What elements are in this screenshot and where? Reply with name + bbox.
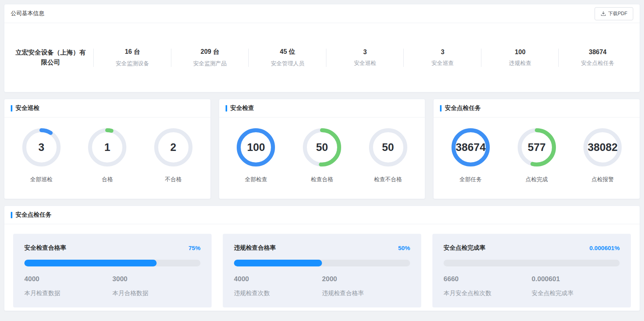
panel-title: 违规检查合格率 <box>234 244 276 252</box>
donut-ring-unqualified: 2 不合格 <box>154 128 192 183</box>
title-accent-bar <box>440 105 442 112</box>
ring-label: 检查不合格 <box>374 176 402 183</box>
stat-monitor-devices: 16 台 安全监测设备 <box>94 48 171 67</box>
card-title: 安全检查 <box>230 104 254 112</box>
donut-ring-qualified: 1 合格 <box>88 128 126 183</box>
ring-label: 点检报警 <box>591 176 614 183</box>
violation-pass-rate-panel: 违规检查合格率 50% 4000 违规检查次数 2000 违规检查合格率 <box>223 234 421 307</box>
panel-stat-value: 3000 <box>112 275 200 283</box>
panel-title: 安全检查合格率 <box>24 244 66 252</box>
stat-label: 安全管理人员 <box>253 60 322 67</box>
ring-value: 50 <box>316 141 328 154</box>
panel-stat-label: 违规检查合格率 <box>322 290 410 297</box>
company-card-title: 公司基本信息 <box>11 10 44 17</box>
panel-stat: 4000 本月检查数据 <box>24 275 112 297</box>
company-stats-row: 立宏安全设备（上海）有限公司 16 台 安全监测设备 209 台 安全监测产品 … <box>4 23 640 92</box>
panel-stat-value: 6660 <box>444 275 532 283</box>
stat-safety-patrols: 3 安全巡查 <box>404 49 481 67</box>
stat-violation-checks: 100 违规检查 <box>481 49 559 67</box>
ring-value: 38674 <box>456 141 486 154</box>
stat-value: 16 台 <box>98 48 167 56</box>
donut-ring-tasks-alarm: 38082 点检报警 <box>583 128 622 183</box>
stat-safety-inspections: 3 安全巡检 <box>326 49 404 67</box>
card-header: 安全点检任务 <box>4 206 640 224</box>
spot-check-progress-card: 安全点检任务 安全检查合格率 75% 4000 本月检查数据 3000 本月合格… <box>4 206 640 311</box>
card-header: 安全点检任务 <box>434 99 640 117</box>
stat-value: 100 <box>485 49 555 56</box>
progress-bar-fill <box>24 260 157 266</box>
stat-label: 安全巡查 <box>408 60 477 67</box>
stat-label: 安全巡检 <box>330 60 400 67</box>
stat-label: 安全监测产品 <box>175 60 245 67</box>
panel-stat-label: 本月检查数据 <box>24 290 112 297</box>
stat-value: 3 <box>408 49 477 56</box>
donut-ring-check-pass: 50 检查合格 <box>303 128 341 183</box>
company-card-header: 公司基本信息 下载PDF <box>4 4 640 23</box>
download-icon <box>601 11 606 16</box>
donut-ring-all-inspections: 3 全部巡检 <box>22 128 61 183</box>
ring-cards-row: 安全巡检 3 全部巡检 1 <box>4 99 640 199</box>
progress-bar-track <box>234 260 410 266</box>
check-pass-rate-panel: 安全检查合格率 75% 4000 本月检查数据 3000 本月合格数据 <box>13 234 212 307</box>
ring-label: 不合格 <box>165 176 182 183</box>
ring-value: 38082 <box>588 141 618 154</box>
stat-label: 安全点检任务 <box>563 60 632 67</box>
ring-label: 合格 <box>102 176 113 183</box>
ring-label: 全部检查 <box>245 176 267 183</box>
ring-value: 1 <box>104 141 110 154</box>
ring-value: 577 <box>528 141 546 154</box>
panel-stat: 6660 本月安全点检次数 <box>444 275 532 297</box>
spot-check-task-card: 安全点检任务 38674 全部任务 <box>433 99 640 199</box>
stat-safety-managers: 45 位 安全管理人员 <box>249 48 326 67</box>
download-pdf-label: 下载PDF <box>608 10 627 17</box>
panel-stat-label: 本月安全点检次数 <box>444 290 532 297</box>
stat-value: 209 台 <box>175 48 245 56</box>
rings-area: 3 全部巡检 1 合格 <box>4 117 210 199</box>
card-title: 安全巡检 <box>16 104 39 112</box>
title-accent-bar <box>226 105 227 112</box>
spot-check-completion-panel: 安全点检完成率 0.000601% 6660 本月安全点检次数 0.000601… <box>432 234 631 307</box>
stat-label: 违规检查 <box>485 60 555 67</box>
donut-ring-check-fail: 50 检查不合格 <box>369 128 407 183</box>
panel-title: 安全点检完成率 <box>444 244 485 252</box>
rings-area: 100 全部检查 50 检查合格 <box>219 117 425 199</box>
ring-label: 全部巡检 <box>30 176 53 183</box>
company-name: 立宏安全设备（上海）有限公司 <box>8 48 94 68</box>
ring-value: 50 <box>382 141 394 154</box>
panel-stat-value: 4000 <box>24 275 112 283</box>
panel-percent: 75% <box>188 245 200 251</box>
stat-spot-check-tasks: 38674 安全点检任务 <box>559 49 636 67</box>
safety-check-card: 安全检查 100 全部检查 50 <box>219 99 426 199</box>
panel-stat-value: 0.000601 <box>532 275 620 283</box>
panel-stat-label: 本月合格数据 <box>112 290 200 297</box>
card-title: 安全点检任务 <box>445 104 481 112</box>
card-header: 安全检查 <box>219 99 425 117</box>
download-pdf-button[interactable]: 下载PDF <box>595 7 633 20</box>
ring-label: 检查合格 <box>311 176 333 183</box>
progress-bar-fill <box>234 260 322 266</box>
stat-monitor-products: 209 台 安全监测产品 <box>171 48 249 67</box>
panel-stat: 2000 违规检查合格率 <box>322 275 410 297</box>
progress-panels: 安全检查合格率 75% 4000 本月检查数据 3000 本月合格数据 违规检查… <box>4 224 640 317</box>
panel-stat-value: 4000 <box>234 275 322 283</box>
ring-label: 点检完成 <box>526 176 548 183</box>
panel-stat-value: 2000 <box>322 275 410 283</box>
safety-inspection-card: 安全巡检 3 全部巡检 1 <box>4 99 211 199</box>
donut-ring-all-checks: 100 全部检查 <box>237 128 275 183</box>
stat-value: 38674 <box>563 49 632 56</box>
ring-value: 2 <box>170 141 176 154</box>
title-accent-bar <box>11 212 12 218</box>
stat-label: 安全监测设备 <box>98 60 167 67</box>
card-header: 安全巡检 <box>4 99 210 117</box>
panel-stat: 3000 本月合格数据 <box>112 275 200 297</box>
donut-ring-all-tasks: 38674 全部任务 <box>452 128 490 183</box>
panel-percent: 0.000601% <box>589 245 620 251</box>
panel-stat-label: 违规检查次数 <box>234 290 322 297</box>
panel-stat: 4000 违规检查次数 <box>234 275 322 297</box>
card-title: 安全点检任务 <box>16 211 51 219</box>
panel-stat-label: 安全点检完成率 <box>532 290 620 297</box>
donut-ring-tasks-done: 577 点检完成 <box>518 128 556 183</box>
ring-label: 全部任务 <box>459 176 482 183</box>
stat-value: 45 位 <box>253 48 322 56</box>
title-accent-bar <box>11 105 12 112</box>
